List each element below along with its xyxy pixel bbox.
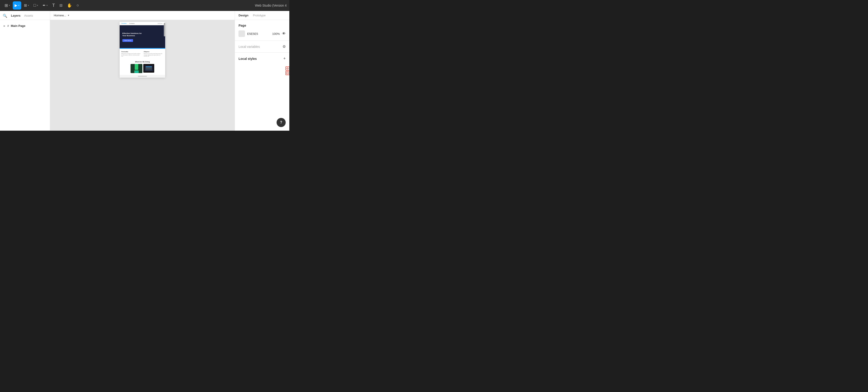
pen-chevron: ▾ — [46, 4, 48, 7]
prototype-tab[interactable]: Prototype — [253, 14, 266, 18]
local-styles-title: Local styles — [239, 57, 283, 61]
frame-tool-button[interactable]: ⊞ ▾ — [22, 1, 31, 9]
select-icon: ▶ — [14, 3, 17, 7]
preview-bottom-scrollbar — [120, 75, 165, 78]
layer-list: ▶ # Main Page — [0, 20, 50, 131]
local-styles-section: Local styles + — [235, 53, 289, 65]
frame-chevron: ▾ — [28, 4, 29, 7]
phone-screen — [134, 70, 139, 73]
feature-title-1: Diligence — [144, 51, 163, 52]
preview-images — [121, 64, 163, 73]
layer-expand-icon: ▶ — [4, 25, 5, 27]
components-icon: ⊟ — [59, 3, 62, 7]
feature-punctuality: Punctuality Bring the key message to the… — [121, 51, 141, 57]
layers-tab[interactable]: Layers — [11, 14, 21, 18]
right-panel: Design Prototype Page E5E5E5 100% 👁 Loca… — [235, 11, 289, 131]
canvas-preview: Portfolio Contacts info@dev... Effective… — [120, 22, 165, 78]
shape-icon: □ — [33, 3, 36, 8]
page-label: Homew... — [54, 14, 66, 17]
phone-shape — [135, 64, 138, 70]
local-variables-section: Local variables ⚙ — [235, 41, 289, 53]
feature-title-0: Punctuality — [121, 51, 141, 52]
local-variables-title: Local variables — [239, 45, 282, 48]
laptop-line-1 — [146, 66, 152, 67]
help-button[interactable]: ? — [277, 118, 286, 127]
right-panel-tabs: Design Prototype — [235, 11, 289, 20]
nav-contacts[interactable]: Contacts — [129, 23, 135, 24]
color-opacity: 100% — [272, 32, 280, 35]
text-icon: T — [52, 3, 55, 8]
phone-graphics — [134, 64, 139, 73]
plugin-icon-bottom[interactable] — [285, 71, 289, 75]
laptop-line-3 — [146, 68, 152, 69]
components-tool-button[interactable]: ⊟ — [58, 1, 64, 9]
layer-name: Main Page — [11, 24, 25, 28]
preview-nav: Portfolio Contacts info@dev... — [120, 22, 165, 25]
bottom-scrollbar-thumb[interactable] — [138, 76, 147, 77]
sliders-icon[interactable]: ⚙ — [282, 44, 286, 49]
canvas-area: Portfolio Contacts info@dev... Effective… — [50, 20, 235, 131]
phone-image — [130, 64, 143, 73]
scrollbar-thumb — [164, 23, 165, 36]
color-hex: E5E5E5 — [247, 32, 270, 35]
frame-layer-icon: # — [7, 24, 9, 28]
what-title: What Are We Doing — [121, 61, 163, 63]
laptop-line-2 — [146, 68, 152, 68]
canvas-scrollbar[interactable] — [164, 22, 165, 78]
nav-email: info@dev... — [158, 23, 163, 24]
assets-tab[interactable]: Assets — [24, 14, 33, 18]
select-chevron: ▾ — [18, 4, 19, 7]
main-layout: 🔍 Layers Assets ▶ # Main Page Homew... ▾ — [0, 11, 289, 131]
plugin-icon-svg-2 — [286, 72, 289, 74]
add-local-style-button[interactable]: + — [283, 56, 286, 61]
toolbar: ⊞ ▾ ▶ ▾ ⊞ ▾ □ ▾ ✒ ▾ T ⊟ ✋ ○ Web Studio (… — [0, 0, 289, 11]
laptop-screen — [144, 65, 153, 71]
design-tab[interactable]: Design — [239, 14, 248, 18]
phone-inner — [135, 71, 138, 73]
nav-portfolio[interactable]: Portfolio — [121, 23, 126, 24]
app-title: Web Studio (Version 4 — [255, 4, 287, 7]
page-selector[interactable]: Homew... ▾ — [50, 11, 235, 20]
visibility-icon[interactable]: 👁 — [282, 32, 286, 36]
feature-text-1: Research and confirm brands that present… — [144, 53, 163, 57]
center-column: Homew... ▾ Portfolio Contacts info@dev..… — [50, 11, 235, 131]
hero-button[interactable]: Order Service — [122, 39, 133, 42]
shape-tool-button[interactable]: □ ▾ — [32, 1, 40, 9]
text-tool-button[interactable]: T — [50, 1, 57, 9]
frame-icon: ⊞ — [24, 3, 27, 7]
color-swatch[interactable] — [239, 31, 245, 37]
plugin-icon-svg — [286, 67, 289, 70]
hand-tool-button[interactable]: ✋ — [65, 1, 74, 9]
comment-tool-button[interactable]: ○ — [75, 1, 81, 9]
pen-tool-button[interactable]: ✒ ▾ — [41, 1, 50, 9]
panel-tabs: 🔍 Layers Assets — [0, 11, 50, 20]
shape-chevron: ▾ — [37, 4, 38, 7]
comment-icon: ○ — [76, 3, 79, 8]
laptop-content — [145, 66, 152, 71]
page-section: Page E5E5E5 100% 👁 — [235, 20, 289, 41]
preview-what: What Are We Doing — [120, 59, 165, 75]
left-panel: 🔍 Layers Assets ▶ # Main Page — [0, 11, 50, 131]
color-row: E5E5E5 100% 👁 — [239, 31, 286, 37]
laptop-image — [143, 64, 154, 73]
page-selector-arrow: ▾ — [68, 14, 69, 17]
select-tool-button[interactable]: ▶ ▾ — [13, 1, 21, 9]
feature-diligence: Diligence Research and confirm brands th… — [144, 51, 163, 57]
plugin-panel[interactable] — [285, 66, 289, 75]
logo-button[interactable]: ⊞ ▾ — [3, 1, 12, 9]
page-section-title: Page — [239, 24, 286, 27]
plugin-icon-top[interactable] — [285, 66, 289, 71]
preview-features: Punctuality Bring the key message to the… — [120, 49, 165, 59]
hand-icon: ✋ — [67, 3, 72, 8]
hero-title: Effective Solutions for Your Business — [122, 32, 143, 37]
preview-hero: Effective Solutions for Your Business Or… — [120, 25, 165, 48]
pen-icon: ✒ — [42, 3, 45, 7]
main-page-layer[interactable]: ▶ # Main Page — [2, 23, 48, 29]
search-button[interactable]: 🔍 — [3, 14, 7, 18]
logo-icon: ⊞ — [5, 3, 8, 8]
logo-chevron: ▾ — [9, 4, 10, 7]
feature-text-0: Bring the key message to the brand's aud… — [121, 53, 141, 57]
